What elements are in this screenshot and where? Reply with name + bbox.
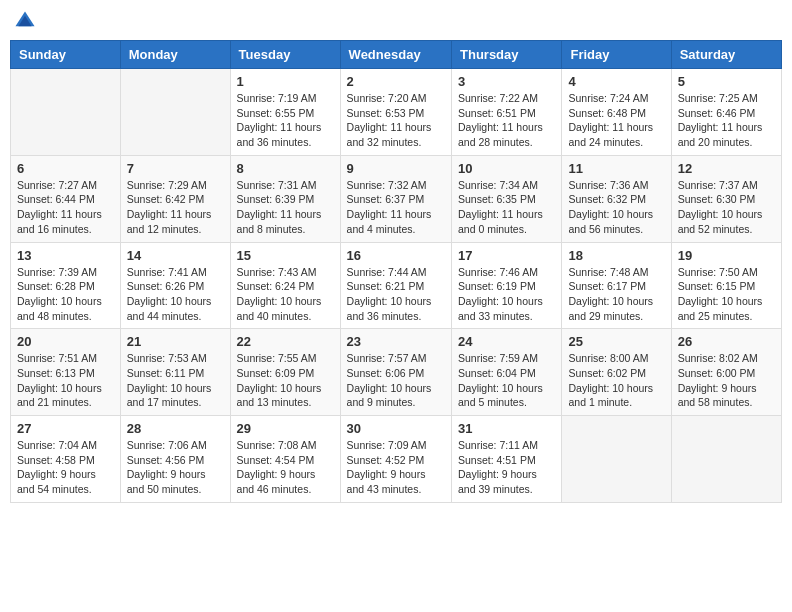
calendar-cell: 27Sunrise: 7:04 AM Sunset: 4:58 PM Dayli… <box>11 416 121 503</box>
calendar-cell: 8Sunrise: 7:31 AM Sunset: 6:39 PM Daylig… <box>230 155 340 242</box>
column-header-tuesday: Tuesday <box>230 41 340 69</box>
day-info: Sunrise: 7:32 AM Sunset: 6:37 PM Dayligh… <box>347 178 445 237</box>
day-info: Sunrise: 7:46 AM Sunset: 6:19 PM Dayligh… <box>458 265 555 324</box>
day-info: Sunrise: 7:53 AM Sunset: 6:11 PM Dayligh… <box>127 351 224 410</box>
calendar-cell <box>562 416 671 503</box>
day-info: Sunrise: 8:00 AM Sunset: 6:02 PM Dayligh… <box>568 351 664 410</box>
day-number: 22 <box>237 334 334 349</box>
calendar-cell <box>11 69 121 156</box>
day-number: 16 <box>347 248 445 263</box>
day-number: 17 <box>458 248 555 263</box>
week-row-3: 13Sunrise: 7:39 AM Sunset: 6:28 PM Dayli… <box>11 242 782 329</box>
calendar-cell <box>120 69 230 156</box>
calendar-cell: 11Sunrise: 7:36 AM Sunset: 6:32 PM Dayli… <box>562 155 671 242</box>
column-header-friday: Friday <box>562 41 671 69</box>
day-number: 4 <box>568 74 664 89</box>
calendar-cell: 17Sunrise: 7:46 AM Sunset: 6:19 PM Dayli… <box>452 242 562 329</box>
day-info: Sunrise: 7:50 AM Sunset: 6:15 PM Dayligh… <box>678 265 775 324</box>
day-number: 10 <box>458 161 555 176</box>
calendar-cell: 10Sunrise: 7:34 AM Sunset: 6:35 PM Dayli… <box>452 155 562 242</box>
day-info: Sunrise: 7:39 AM Sunset: 6:28 PM Dayligh… <box>17 265 114 324</box>
logo <box>14 10 40 32</box>
column-headers-row: SundayMondayTuesdayWednesdayThursdayFrid… <box>11 41 782 69</box>
logo-icon <box>14 10 36 32</box>
column-header-thursday: Thursday <box>452 41 562 69</box>
week-row-5: 27Sunrise: 7:04 AM Sunset: 4:58 PM Dayli… <box>11 416 782 503</box>
week-row-4: 20Sunrise: 7:51 AM Sunset: 6:13 PM Dayli… <box>11 329 782 416</box>
calendar-cell: 22Sunrise: 7:55 AM Sunset: 6:09 PM Dayli… <box>230 329 340 416</box>
calendar-cell: 21Sunrise: 7:53 AM Sunset: 6:11 PM Dayli… <box>120 329 230 416</box>
day-info: Sunrise: 7:57 AM Sunset: 6:06 PM Dayligh… <box>347 351 445 410</box>
calendar-cell <box>671 416 781 503</box>
calendar-table: SundayMondayTuesdayWednesdayThursdayFrid… <box>10 40 782 503</box>
calendar-cell: 30Sunrise: 7:09 AM Sunset: 4:52 PM Dayli… <box>340 416 451 503</box>
day-number: 7 <box>127 161 224 176</box>
column-header-saturday: Saturday <box>671 41 781 69</box>
day-info: Sunrise: 7:06 AM Sunset: 4:56 PM Dayligh… <box>127 438 224 497</box>
day-info: Sunrise: 7:24 AM Sunset: 6:48 PM Dayligh… <box>568 91 664 150</box>
calendar-cell: 25Sunrise: 8:00 AM Sunset: 6:02 PM Dayli… <box>562 329 671 416</box>
column-header-sunday: Sunday <box>11 41 121 69</box>
day-number: 25 <box>568 334 664 349</box>
day-info: Sunrise: 7:20 AM Sunset: 6:53 PM Dayligh… <box>347 91 445 150</box>
day-info: Sunrise: 7:04 AM Sunset: 4:58 PM Dayligh… <box>17 438 114 497</box>
day-number: 28 <box>127 421 224 436</box>
day-info: Sunrise: 7:59 AM Sunset: 6:04 PM Dayligh… <box>458 351 555 410</box>
day-number: 6 <box>17 161 114 176</box>
day-info: Sunrise: 7:34 AM Sunset: 6:35 PM Dayligh… <box>458 178 555 237</box>
day-number: 3 <box>458 74 555 89</box>
day-number: 24 <box>458 334 555 349</box>
calendar-cell: 24Sunrise: 7:59 AM Sunset: 6:04 PM Dayli… <box>452 329 562 416</box>
calendar-cell: 4Sunrise: 7:24 AM Sunset: 6:48 PM Daylig… <box>562 69 671 156</box>
calendar-cell: 6Sunrise: 7:27 AM Sunset: 6:44 PM Daylig… <box>11 155 121 242</box>
day-number: 11 <box>568 161 664 176</box>
day-number: 18 <box>568 248 664 263</box>
day-number: 8 <box>237 161 334 176</box>
calendar-cell: 28Sunrise: 7:06 AM Sunset: 4:56 PM Dayli… <box>120 416 230 503</box>
calendar-cell: 23Sunrise: 7:57 AM Sunset: 6:06 PM Dayli… <box>340 329 451 416</box>
calendar-cell: 3Sunrise: 7:22 AM Sunset: 6:51 PM Daylig… <box>452 69 562 156</box>
day-number: 21 <box>127 334 224 349</box>
day-info: Sunrise: 7:31 AM Sunset: 6:39 PM Dayligh… <box>237 178 334 237</box>
calendar-cell: 31Sunrise: 7:11 AM Sunset: 4:51 PM Dayli… <box>452 416 562 503</box>
calendar-cell: 29Sunrise: 7:08 AM Sunset: 4:54 PM Dayli… <box>230 416 340 503</box>
day-info: Sunrise: 7:27 AM Sunset: 6:44 PM Dayligh… <box>17 178 114 237</box>
day-number: 29 <box>237 421 334 436</box>
day-info: Sunrise: 7:55 AM Sunset: 6:09 PM Dayligh… <box>237 351 334 410</box>
calendar-cell: 19Sunrise: 7:50 AM Sunset: 6:15 PM Dayli… <box>671 242 781 329</box>
calendar-cell: 18Sunrise: 7:48 AM Sunset: 6:17 PM Dayli… <box>562 242 671 329</box>
day-number: 1 <box>237 74 334 89</box>
calendar-cell: 16Sunrise: 7:44 AM Sunset: 6:21 PM Dayli… <box>340 242 451 329</box>
day-number: 2 <box>347 74 445 89</box>
day-number: 31 <box>458 421 555 436</box>
day-number: 19 <box>678 248 775 263</box>
day-info: Sunrise: 7:37 AM Sunset: 6:30 PM Dayligh… <box>678 178 775 237</box>
day-number: 27 <box>17 421 114 436</box>
day-info: Sunrise: 8:02 AM Sunset: 6:00 PM Dayligh… <box>678 351 775 410</box>
day-info: Sunrise: 7:09 AM Sunset: 4:52 PM Dayligh… <box>347 438 445 497</box>
day-info: Sunrise: 7:51 AM Sunset: 6:13 PM Dayligh… <box>17 351 114 410</box>
day-number: 30 <box>347 421 445 436</box>
column-header-monday: Monday <box>120 41 230 69</box>
header <box>10 10 782 32</box>
column-header-wednesday: Wednesday <box>340 41 451 69</box>
day-number: 23 <box>347 334 445 349</box>
calendar-cell: 14Sunrise: 7:41 AM Sunset: 6:26 PM Dayli… <box>120 242 230 329</box>
calendar-cell: 13Sunrise: 7:39 AM Sunset: 6:28 PM Dayli… <box>11 242 121 329</box>
day-info: Sunrise: 7:25 AM Sunset: 6:46 PM Dayligh… <box>678 91 775 150</box>
day-info: Sunrise: 7:29 AM Sunset: 6:42 PM Dayligh… <box>127 178 224 237</box>
calendar-cell: 7Sunrise: 7:29 AM Sunset: 6:42 PM Daylig… <box>120 155 230 242</box>
day-number: 20 <box>17 334 114 349</box>
day-number: 26 <box>678 334 775 349</box>
day-info: Sunrise: 7:08 AM Sunset: 4:54 PM Dayligh… <box>237 438 334 497</box>
day-number: 12 <box>678 161 775 176</box>
day-info: Sunrise: 7:36 AM Sunset: 6:32 PM Dayligh… <box>568 178 664 237</box>
day-number: 15 <box>237 248 334 263</box>
calendar-cell: 5Sunrise: 7:25 AM Sunset: 6:46 PM Daylig… <box>671 69 781 156</box>
day-number: 13 <box>17 248 114 263</box>
day-info: Sunrise: 7:11 AM Sunset: 4:51 PM Dayligh… <box>458 438 555 497</box>
calendar-cell: 2Sunrise: 7:20 AM Sunset: 6:53 PM Daylig… <box>340 69 451 156</box>
day-info: Sunrise: 7:22 AM Sunset: 6:51 PM Dayligh… <box>458 91 555 150</box>
day-number: 5 <box>678 74 775 89</box>
day-info: Sunrise: 7:48 AM Sunset: 6:17 PM Dayligh… <box>568 265 664 324</box>
